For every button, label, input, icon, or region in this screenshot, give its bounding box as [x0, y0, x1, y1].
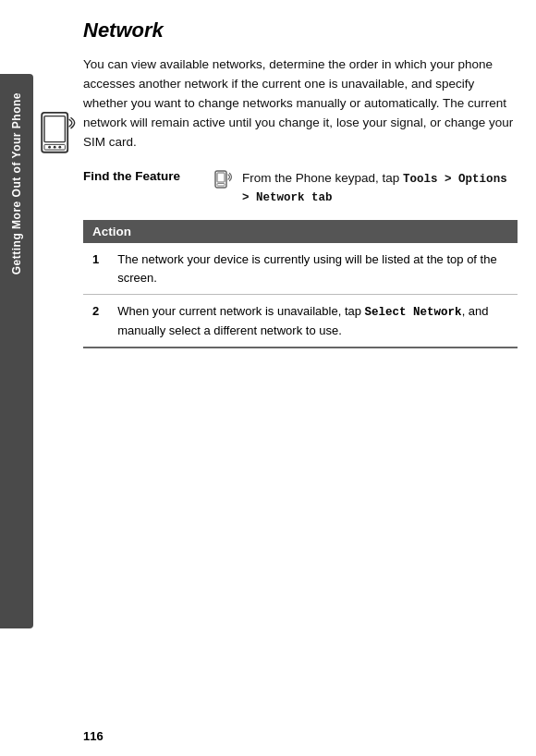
- find-feature-row: Find the Feature From the Phone keypad, …: [83, 169, 518, 208]
- svg-point-4: [54, 146, 56, 149]
- row-number-2: 2: [83, 295, 108, 348]
- table-row: 1 The network your device is currently u…: [83, 243, 518, 295]
- page-title: Network: [83, 18, 518, 43]
- phone-icon-container: [35, 111, 81, 166]
- page-number: 116: [83, 729, 104, 743]
- row-number-1: 1: [83, 243, 108, 295]
- select-network-bold: Select Network: [365, 306, 462, 319]
- svg-point-5: [58, 146, 61, 149]
- row-text-1: The network your device is currently usi…: [108, 243, 518, 295]
- table-header: Action: [83, 220, 518, 243]
- table-header-row: Action: [83, 220, 518, 243]
- svg-rect-7: [217, 173, 225, 182]
- phone-device-icon: [35, 111, 79, 163]
- table-row: 2 When your current network is unavailab…: [83, 295, 518, 348]
- sidebar-label: Getting More Out of Your Phone: [10, 92, 23, 274]
- find-feature-device-icon: [213, 170, 233, 193]
- find-feature-instruction: From the Phone keypad, tap Tools > Optio…: [242, 169, 518, 208]
- svg-point-3: [48, 146, 51, 149]
- svg-rect-1: [44, 116, 65, 142]
- action-table: Action 1 The network your device is curr…: [83, 220, 518, 348]
- body-text: You can view available networks, determi…: [83, 55, 518, 152]
- sidebar-tab: Getting More Out of Your Phone: [0, 74, 33, 628]
- find-feature-label: Find the Feature: [83, 169, 203, 183]
- svg-rect-8: [217, 183, 225, 186]
- row-text-2: When your current network is unavailable…: [108, 295, 518, 348]
- main-content: Network You can view available networks,…: [83, 18, 518, 719]
